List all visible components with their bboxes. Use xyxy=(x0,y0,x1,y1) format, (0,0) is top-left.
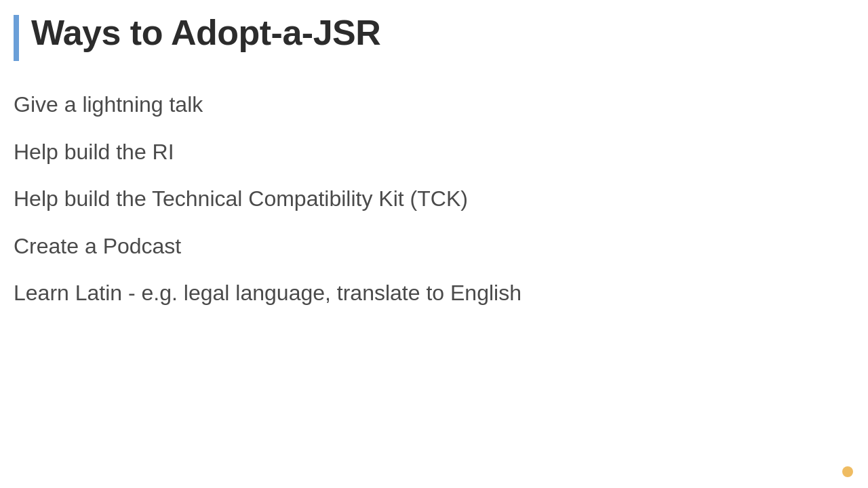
slide-title: Ways to Adopt-a-JSR xyxy=(31,14,380,52)
bullet-list: Give a lightning talkHelp build the RIHe… xyxy=(14,81,848,317)
bullet-item: Learn Latin - e.g. legal language, trans… xyxy=(14,270,848,317)
corner-icon xyxy=(842,466,856,480)
bullet-item: Help build the Technical Compatibility K… xyxy=(14,176,848,223)
title-bar-accent xyxy=(14,15,19,61)
bullet-item: Help build the RI xyxy=(14,129,848,176)
title-area: Ways to Adopt-a-JSR xyxy=(14,14,848,61)
slide-container: Ways to Adopt-a-JSR Give a lightning tal… xyxy=(0,0,868,488)
bullet-item: Give a lightning talk xyxy=(14,81,848,129)
bullet-item: Create a Podcast xyxy=(14,223,848,270)
corner-dot xyxy=(842,466,853,477)
